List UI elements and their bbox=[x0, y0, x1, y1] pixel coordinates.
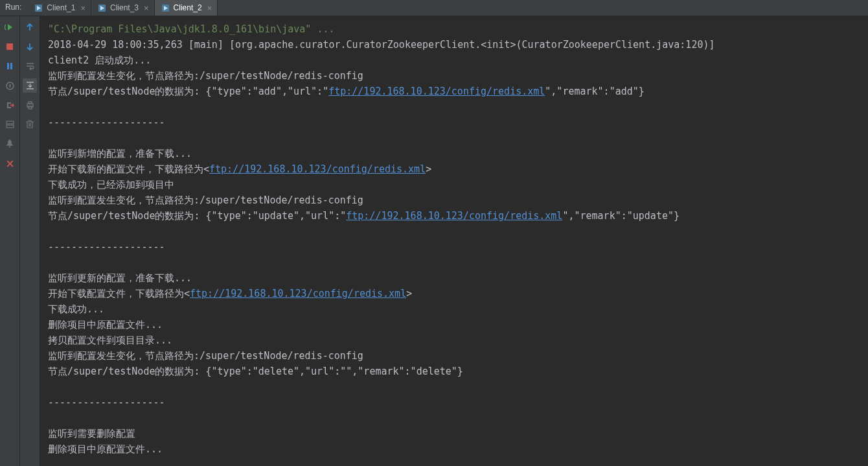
dump-threads-button[interactable] bbox=[3, 78, 17, 93]
run-config-icon bbox=[34, 4, 43, 12]
svg-rect-11 bbox=[29, 102, 32, 104]
svg-rect-4 bbox=[7, 63, 9, 69]
log-line: 监听到更新的配置，准备下载... bbox=[48, 272, 192, 284]
up-button[interactable] bbox=[23, 20, 37, 34]
log-line: 下载成功，已经添加到项目中 bbox=[48, 179, 174, 191]
separator-line: -------------------- bbox=[48, 397, 165, 408]
separator-line: -------------------- bbox=[48, 241, 165, 253]
svg-rect-3 bbox=[6, 43, 13, 50]
run-config-icon bbox=[98, 4, 106, 12]
tabs-container: Client_1 × Client_3 × Client_2 × bbox=[28, 0, 218, 16]
tab-client-2[interactable]: Client_2 × bbox=[155, 0, 218, 16]
tab-client-1[interactable]: Client_1 × bbox=[28, 0, 91, 16]
log-line: 2018-04-29 18:00:35,263 [main] [org.apac… bbox=[48, 39, 715, 51]
tab-label: Client_1 bbox=[47, 3, 75, 12]
ftp-link[interactable]: ftp://192.168.10.123/config/redis.xml bbox=[328, 86, 545, 97]
stop-button[interactable] bbox=[3, 40, 17, 54]
log-line: 节点/super/testNode的数据为: {"type":"delete",… bbox=[48, 366, 463, 377]
log-line: 节点/super/testNode的数据为: {"type":"add","ur… bbox=[48, 86, 645, 97]
top-bar: Run: Client_1 × Client_3 × Client_2 × bbox=[0, 0, 868, 16]
run-label: Run: bbox=[0, 0, 28, 16]
log-line: 下载成功... bbox=[48, 303, 104, 315]
tab-client-3[interactable]: Client_3 × bbox=[91, 0, 155, 16]
run-toolbar bbox=[0, 16, 20, 466]
console-toolbar bbox=[20, 16, 40, 466]
log-line: 删除项目中原配置文件... bbox=[48, 319, 163, 331]
console-output[interactable]: "C:\Program Files\Java\jdk1.8.0_161\bin\… bbox=[40, 16, 868, 466]
separator-line: -------------------- bbox=[48, 117, 165, 128]
print-button[interactable] bbox=[23, 98, 37, 112]
log-line: 开始下载配置文件，下载路径为<ftp://192.168.10.123/conf… bbox=[48, 288, 412, 299]
svg-rect-5 bbox=[10, 63, 12, 69]
exit-button[interactable] bbox=[3, 98, 17, 112]
close-icon[interactable]: × bbox=[79, 3, 87, 13]
close-button[interactable] bbox=[3, 156, 17, 170]
tab-label: Client_2 bbox=[174, 3, 202, 12]
rerun-button[interactable] bbox=[3, 20, 17, 34]
main-area: "C:\Program Files\Java\jdk1.8.0_161\bin\… bbox=[0, 16, 868, 466]
down-button[interactable] bbox=[23, 40, 37, 54]
log-line: 监听到配置发生变化，节点路径为:/super/testNode/redis-co… bbox=[48, 70, 363, 82]
close-icon[interactable]: × bbox=[143, 3, 150, 13]
log-line: 删除项目中原配置文件... bbox=[48, 443, 163, 455]
ftp-link[interactable]: ftp://192.168.10.123/config/redis.xml bbox=[190, 288, 406, 299]
svg-rect-7 bbox=[9, 84, 10, 87]
log-line: 监听到新增的配置，准备下载... bbox=[48, 148, 192, 159]
scroll-to-end-button[interactable] bbox=[23, 78, 37, 93]
pin-button[interactable] bbox=[3, 137, 17, 151]
svg-rect-8 bbox=[6, 121, 14, 124]
svg-rect-12 bbox=[29, 106, 32, 109]
svg-rect-9 bbox=[6, 125, 14, 128]
tab-label: Client_3 bbox=[110, 3, 139, 12]
log-line: 监听到配置发生变化，节点路径为:/super/testNode/redis-co… bbox=[48, 194, 363, 206]
log-line: 监听到需要删除配置 bbox=[48, 428, 135, 439]
pause-button[interactable] bbox=[3, 59, 17, 73]
log-line: 监听到配置发生变化，节点路径为:/super/testNode/redis-co… bbox=[48, 350, 363, 362]
log-line: 开始下载新的配置文件，下载路径为<ftp://192.168.10.123/co… bbox=[48, 163, 431, 175]
command-line: "C:\Program Files\Java\jdk1.8.0_161\bin\… bbox=[48, 23, 335, 35]
layout-button[interactable] bbox=[3, 117, 17, 132]
log-line: 节点/super/testNode的数据为: {"type":"update",… bbox=[48, 210, 680, 222]
ftp-link[interactable]: ftp://192.168.10.123/config/redis.xml bbox=[209, 163, 426, 175]
run-config-icon bbox=[161, 4, 170, 12]
clear-button[interactable] bbox=[23, 117, 37, 132]
log-line: client2 启动成功... bbox=[48, 54, 151, 66]
log-line: 拷贝配置文件到项目目录... bbox=[48, 334, 172, 346]
soft-wrap-button[interactable] bbox=[23, 59, 37, 73]
ftp-link[interactable]: ftp://192.168.10.123/config/redis.xml bbox=[346, 210, 562, 222]
close-icon[interactable]: × bbox=[206, 3, 214, 13]
